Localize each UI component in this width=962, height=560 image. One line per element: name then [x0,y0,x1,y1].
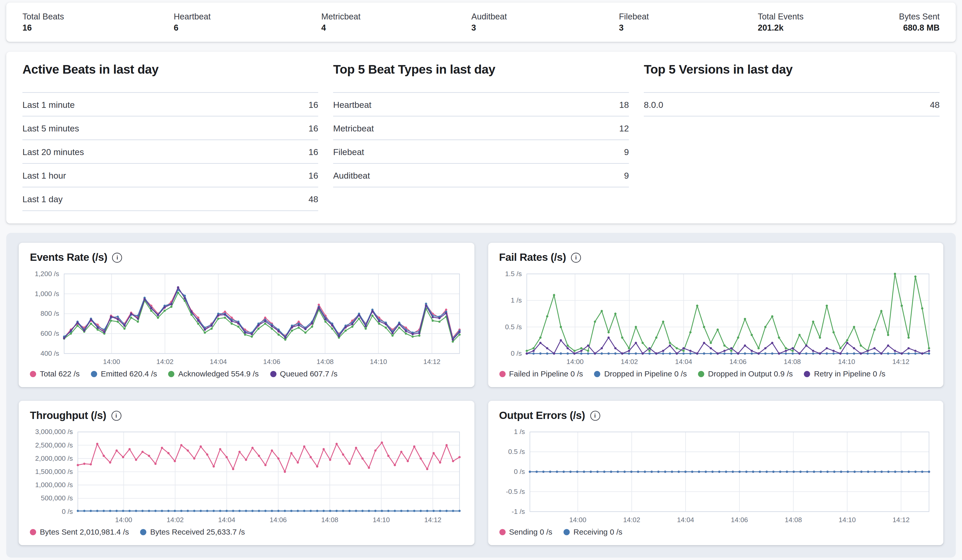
chart-panel-throughput: Throughput (/s) i 0 /s500,000 /s1,000,00… [19,401,474,545]
svg-text:14:00: 14:00 [566,358,583,365]
stat-value: 4 [321,23,471,32]
svg-text:14:06: 14:06 [731,516,747,524]
fail-rates-canvas[interactable]: 0 /s0.5 /s1 /s1.5 /s14:0014:0214:0414:06… [498,267,933,369]
legend-dot [698,371,704,377]
events-rate-chart[interactable]: 400 /s600 /s800 /s1,000 /s1,200 /s14:001… [29,267,464,369]
stat-value: 3 [619,23,758,32]
legend-dot [270,371,276,377]
chart-header: Events Rate (/s) i [30,251,463,264]
table-row: Metricbeat 12 [333,116,629,140]
svg-text:1,200 /s: 1,200 /s [35,270,59,278]
svg-text:1,000 /s: 1,000 /s [35,290,59,298]
info-icon[interactable]: i [571,253,581,262]
svg-text:14:08: 14:08 [784,516,802,524]
chart-title: Fail Rates (/s) [499,251,566,264]
chart-header: Output Errors (/s) i [499,410,932,422]
row-value: 9 [624,147,629,156]
series-total-points [63,287,461,339]
row-label: Last 20 minutes [22,147,84,156]
legend-dot [91,371,97,377]
stat-auditbeat: Auditbeat 3 [471,12,619,32]
summary-beat-types: Top 5 Beat Types in last day Heartbeat 1… [333,60,629,211]
legend-item-total[interactable]: Total 622 /s [30,370,80,378]
legend-label: Sending 0 /s [509,528,552,537]
legend-item-emitted[interactable]: Emitted 620.4 /s [91,370,157,378]
row-label: Last 1 minute [22,99,75,109]
beats-monitoring-dashboard: Total Beats 16 Heartbeat 6 Metricbeat 4 … [0,3,962,560]
stat-label: Metricbeat [321,12,471,21]
summary-title: Top 5 Beat Types in last day [333,60,629,78]
svg-text:14:06: 14:06 [729,358,746,365]
svg-text:14:02: 14:02 [157,358,174,365]
stat-heartbeat: Heartbeat 6 [174,12,321,32]
legend-item-bytes-sent[interactable]: Bytes Sent 2,010,981.4 /s [30,528,129,537]
svg-text:0.5 /s: 0.5 /s [505,323,521,331]
legend-item-dropped-in-pipeline[interactable]: Dropped in Pipeline 0 /s [594,370,687,378]
legend-item-acknowledged[interactable]: Acknowledged 554.9 /s [168,370,259,378]
svg-text:500,000 /s: 500,000 /s [41,494,73,502]
svg-text:1 /s: 1 /s [513,428,525,436]
row-label: Metricbeat [333,123,374,133]
output-errors-chart[interactable]: -1 /s-0.5 /s0 /s0.5 /s1 /s14:0014:0214:0… [498,426,933,526]
chart-legend: Failed in Pipeline 0 /sDropped in Pipeli… [498,370,933,378]
svg-text:0 /s: 0 /s [62,508,73,515]
beat-types-table: Heartbeat 18 Metricbeat 12 Filebeat 9 Au… [333,92,629,187]
svg-text:14:10: 14:10 [838,358,855,365]
svg-text:0 /s: 0 /s [513,468,525,475]
stat-label: Heartbeat [174,12,321,21]
throughput-chart[interactable]: 0 /s500,000 /s1,000,000 /s1,500,000 /s2,… [29,426,464,526]
svg-text:0.5 /s: 0.5 /s [508,448,525,455]
info-icon[interactable]: i [590,411,600,420]
row-label: Auditbeat [333,171,370,180]
info-icon[interactable]: i [111,411,121,420]
svg-text:14:04: 14:04 [675,358,692,365]
stat-label: Total Events [758,12,895,21]
chart-title: Events Rate (/s) [30,251,107,264]
row-label: Last 1 hour [22,171,66,180]
legend-item-queued[interactable]: Queued 607.7 /s [270,370,337,378]
table-row: Heartbeat 18 [333,92,629,116]
stat-bytes-sent: Bytes Sent 680.8 MB [895,12,940,32]
row-value: 48 [308,194,318,204]
legend-label: Total 622 /s [40,370,80,378]
legend-dot [594,371,600,377]
svg-text:14:10: 14:10 [370,358,387,365]
y-axis-labels: 0 /s0.5 /s1 /s1.5 /s [505,270,521,357]
y-axis-labels: 0 /s500,000 /s1,000,000 /s1,500,000 /s2,… [35,428,73,515]
svg-text:14:02: 14:02 [166,516,184,524]
stat-total-beats: Total Beats 16 [22,12,174,32]
chart-header: Throughput (/s) i [30,410,463,422]
gridlines [78,432,460,512]
output-errors-canvas[interactable]: -1 /s-0.5 /s0 /s0.5 /s1 /s14:0014:0214:0… [498,426,933,526]
info-icon[interactable]: i [112,253,122,262]
row-value: 48 [930,99,939,109]
legend-label: Acknowledged 554.9 /s [178,370,259,378]
stat-label: Filebeat [619,12,758,21]
svg-text:14:08: 14:08 [316,358,334,365]
stats-bar: Total Beats 16 Heartbeat 6 Metricbeat 4 … [6,3,956,42]
legend-item-bytes-received[interactable]: Bytes Received 25,633.7 /s [140,528,245,537]
svg-text:14:00: 14:00 [115,516,132,524]
chart-panel-events-rate: Events Rate (/s) i 400 /s600 /s800 /s1,0… [19,243,474,387]
table-row: Auditbeat 9 [333,163,629,187]
summary-title: Active Beats in last day [22,60,318,78]
throughput-canvas[interactable]: 0 /s500,000 /s1,000,000 /s1,500,000 /s2,… [29,426,463,526]
legend-item-sending[interactable]: Sending 0 /s [499,528,552,537]
legend-item-failed-in-pipeline[interactable]: Failed in Pipeline 0 /s [499,370,583,378]
svg-text:14:00: 14:00 [103,358,120,365]
charts-section: Events Rate (/s) i 400 /s600 /s800 /s1,0… [6,233,956,558]
row-value: 16 [308,123,318,133]
svg-text:-0.5 /s: -0.5 /s [505,488,525,496]
legend-item-retry-in-pipeline[interactable]: Retry in Pipeline 0 /s [804,370,885,378]
legend-dot [804,371,810,377]
legend-item-dropped-in-output[interactable]: Dropped in Output 0.9 /s [698,370,793,378]
svg-text:14:04: 14:04 [677,516,694,524]
table-row: Last 20 minutes 16 [22,140,318,163]
fail-rates-chart[interactable]: 0 /s0.5 /s1 /s1.5 /s14:0014:0214:0414:06… [498,267,933,369]
series-emitted-line [64,290,460,339]
events-rate-canvas[interactable]: 400 /s600 /s800 /s1,000 /s1,200 /s14:001… [29,267,463,369]
legend-item-receiving[interactable]: Receiving 0 /s [563,528,622,537]
stat-total-events: Total Events 201.2k [758,12,895,32]
svg-text:14:04: 14:04 [210,358,227,365]
table-row: Last 1 day 48 [22,187,318,210]
